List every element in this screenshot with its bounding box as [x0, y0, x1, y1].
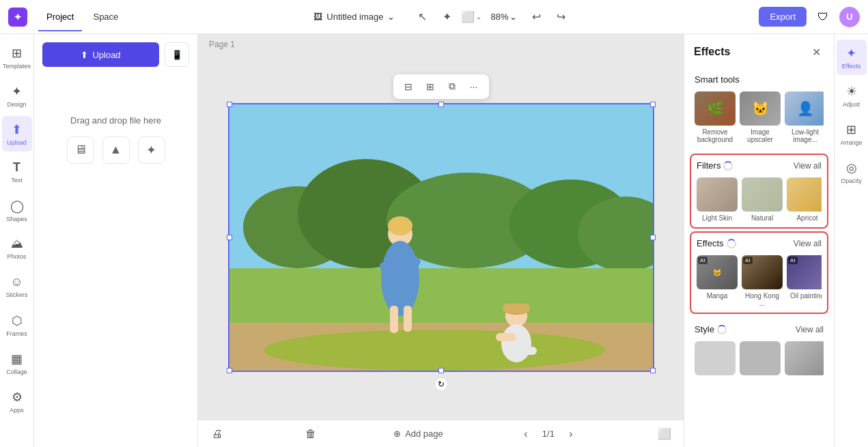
effects-bar-label: Effects: [842, 63, 860, 70]
tab-space[interactable]: Space: [85, 8, 126, 26]
svg-rect-15: [404, 306, 412, 332]
templates-icon: ⊞: [12, 46, 22, 61]
export-button[interactable]: Export: [759, 7, 807, 27]
handle-bl[interactable]: [227, 368, 232, 373]
handle-tr[interactable]: [650, 102, 656, 107]
drag-icons: 🖥 ▲ ✦: [67, 136, 165, 164]
float-more-btn[interactable]: ···: [464, 77, 484, 96]
sidebar-item-design[interactable]: ✦ Design: [2, 78, 32, 113]
effects-view-all-btn[interactable]: View all: [794, 239, 822, 248]
filter-thumb-natural[interactable]: Natural: [742, 177, 783, 222]
monitor-btn[interactable]: 🖥: [67, 136, 94, 164]
sidebar-item-frames[interactable]: ⬡ Frames: [2, 307, 32, 343]
smart-thumb-lowlight[interactable]: 👤 Low-light image...: [785, 91, 824, 143]
smart-thumb-img-2: 🐱: [740, 91, 781, 126]
filter-thumb-light-skin[interactable]: Light Skin: [697, 177, 738, 222]
smart-thumb-remove-bg[interactable]: 🌿 Remove background: [695, 91, 736, 143]
print-btn[interactable]: 🖨: [206, 423, 228, 445]
style-view-all-btn[interactable]: View all: [796, 325, 824, 334]
page-nav: ‹ 1/1 ›: [515, 423, 582, 445]
sidebar-item-text[interactable]: T Text: [2, 154, 32, 190]
magic-tool-btn[interactable]: ✦: [436, 6, 458, 28]
effects-close-btn[interactable]: ✕: [808, 44, 824, 60]
style-thumb-2[interactable]: [740, 341, 781, 375]
filter-thumb-apricot[interactable]: Apricot: [787, 177, 822, 222]
svg-point-19: [501, 324, 531, 362]
sidebar-label-photos: Photos: [7, 253, 26, 260]
handle-bm[interactable]: [438, 368, 444, 373]
page-next-btn[interactable]: ›: [560, 423, 582, 445]
logo-icon: ✦: [8, 8, 27, 27]
sidebar-item-shapes[interactable]: ◯ Shapes: [2, 192, 32, 228]
rotate-handle[interactable]: ↻: [434, 377, 448, 391]
upload-button[interactable]: ⬆ Upload: [42, 42, 159, 67]
drive-btn[interactable]: ▲: [102, 136, 130, 164]
doc-icon: 🖼: [313, 12, 322, 22]
upload-btn-label: Upload: [92, 50, 120, 60]
sidebar-item-collage[interactable]: ▦ Collage: [2, 345, 32, 381]
float-replace-btn[interactable]: ⧉: [443, 77, 462, 96]
undo-btn[interactable]: ↩: [525, 6, 547, 28]
float-crop-btn[interactable]: ⊟: [399, 77, 418, 96]
effect-thumb-wrapper-3: AI: [787, 255, 822, 289]
design-icon: ✦: [12, 84, 22, 99]
handle-mr[interactable]: [650, 235, 656, 240]
effects-thumbnails: 🐱 AI Manga AI Hong Kong ...: [697, 255, 822, 307]
effect-thumb-manga[interactable]: 🐱 AI Manga: [697, 255, 738, 300]
add-page-label: Add page: [405, 429, 443, 439]
page-label: Page 1: [198, 34, 684, 55]
stickers-icon: ☺: [10, 275, 23, 289]
redo-btn[interactable]: ↪: [550, 6, 572, 28]
zoom-btn[interactable]: 88% ⌄: [485, 9, 522, 25]
arrange-bar-label: Arrange: [840, 139, 862, 146]
sidebar-item-stickers[interactable]: ☺ Stickers: [2, 269, 32, 304]
shapes-icon: ◯: [10, 199, 24, 214]
sidebar-label-apps: Apps: [10, 407, 24, 414]
tab-project[interactable]: Project: [38, 8, 82, 26]
sidebar-label-shapes: Shapes: [6, 216, 27, 222]
svg-rect-20: [496, 333, 516, 341]
right-bar-opacity[interactable]: ◎ Opacity: [837, 154, 867, 190]
frame-tool-btn[interactable]: ⬜⌄: [460, 6, 482, 28]
device-btn[interactable]: 📱: [165, 42, 189, 67]
filter-thumb-label-3: Apricot: [796, 214, 817, 222]
right-bar-effects[interactable]: ✦ Effects: [837, 40, 867, 75]
handle-tm[interactable]: [438, 102, 444, 107]
style-thumb-3[interactable]: [785, 341, 824, 375]
canvas-container[interactable]: ⊟ ⊞ ⧉ ···: [198, 55, 684, 420]
add-page-btn[interactable]: ⊕ Add page: [393, 429, 443, 439]
right-bar-adjust[interactable]: ☀ Adjust: [837, 78, 867, 113]
sidebar-item-upload[interactable]: ⬆ Upload: [2, 116, 32, 152]
filters-view-all-btn[interactable]: View all: [794, 161, 822, 171]
handle-ml[interactable]: [227, 235, 232, 240]
filters-header: Filters View all: [697, 160, 822, 171]
select-tool-btn[interactable]: ↖: [411, 6, 433, 28]
handle-br[interactable]: [650, 368, 656, 373]
svg-rect-21: [516, 347, 537, 355]
doc-title[interactable]: 🖼 Untitled image ⌄: [313, 12, 395, 22]
smart-tools-section: Smart tools 🌿 Remove background 🐱 Image …: [684, 67, 834, 151]
style-thumb-img-3: [785, 341, 824, 375]
smart-thumb-label-3: Low-light image...: [785, 128, 824, 143]
effect-thumb-hongkong[interactable]: AI Hong Kong ...: [742, 255, 783, 307]
svg-rect-18: [503, 304, 530, 313]
left-sidebar: ⊞ Templates ✦ Design ⬆ Upload T Text ◯ S…: [0, 34, 34, 447]
delete-btn[interactable]: 🗑: [300, 423, 322, 445]
notes-btn[interactable]: ⬜: [654, 423, 675, 445]
sidebar-item-apps[interactable]: ⚙ Apps: [2, 384, 32, 419]
shield-btn[interactable]: 🛡: [812, 6, 834, 28]
canvas-bottom: 🖨 🗑 ⊕ Add page ‹ 1/1 › ⬜: [198, 420, 684, 447]
handle-tl[interactable]: [227, 102, 232, 107]
smart-thumb-upscaler[interactable]: 🐱 Image upscaler: [740, 91, 781, 143]
right-bar-arrange[interactable]: ⊞ Arrange: [837, 116, 867, 152]
drag-area: Drag and drop file here 🖥 ▲ ✦: [42, 78, 189, 201]
page-prev-btn[interactable]: ‹: [515, 423, 537, 445]
sidebar-item-photos[interactable]: ⛰ Photos: [2, 231, 32, 266]
style-thumb-1[interactable]: [695, 341, 736, 375]
float-grid-btn[interactable]: ⊞: [421, 77, 440, 96]
style-thumb-img-2: [740, 341, 781, 375]
dropbox-btn[interactable]: ✦: [138, 136, 165, 164]
effect-thumb-oil[interactable]: AI Oil painting: [787, 255, 822, 300]
sidebar-item-templates[interactable]: ⊞ Templates: [2, 40, 32, 75]
smart-tools-title: Smart tools: [695, 74, 740, 85]
